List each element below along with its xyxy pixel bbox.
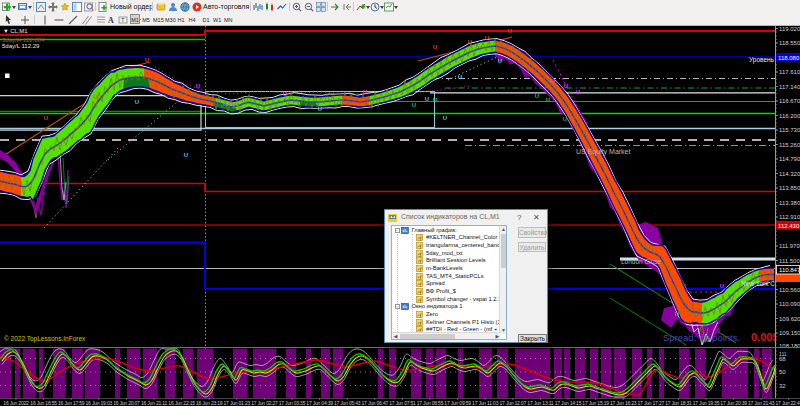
- svg-text:U: U: [563, 116, 567, 122]
- svg-text:17 Jun 11:03: 17 Jun 11:03: [472, 400, 499, 406]
- svg-text:▼ CL,M1: ▼ CL,M1: [3, 28, 27, 34]
- svg-text:115.730: 115.730: [779, 127, 800, 133]
- svg-text:U: U: [443, 115, 447, 121]
- svg-text:114.790: 114.790: [779, 156, 800, 162]
- svg-text:U: U: [485, 35, 489, 41]
- svg-text:U: U: [551, 78, 555, 84]
- svg-text:16 Jun 20:07: 16 Jun 20:07: [113, 400, 140, 406]
- svg-text:109.620: 109.620: [779, 316, 800, 322]
- svg-text:117.610: 117.610: [779, 69, 800, 75]
- svg-text:112.430: 112.430: [778, 223, 800, 229]
- svg-text:117.140: 117.140: [779, 84, 800, 90]
- svg-text:17 Jun 07:51: 17 Jun 07:51: [389, 400, 416, 406]
- svg-text:U: U: [468, 39, 472, 45]
- svg-text:U: U: [145, 57, 149, 63]
- svg-text:115.260: 115.260: [779, 142, 800, 148]
- svg-text:U: U: [283, 91, 287, 97]
- svg-text:U: U: [196, 83, 200, 89]
- svg-text:118.080: 118.080: [778, 55, 800, 61]
- svg-text:17 Jun 03:35: 17 Jun 03:35: [279, 400, 306, 406]
- svg-text:U: U: [458, 74, 462, 80]
- svg-text:Tokyo: Tokyo: [222, 100, 239, 108]
- svg-text:110.090: 110.090: [779, 301, 800, 307]
- svg-text:17 Jun 17:27: 17 Jun 17:27: [638, 400, 665, 406]
- svg-text:17 Jun 20:39: 17 Jun 20:39: [720, 400, 747, 406]
- svg-text:111.970: 111.970: [779, 243, 800, 249]
- svg-text:112.910: 112.910: [779, 214, 800, 220]
- svg-text:© 2022 TopLessons.InForex: © 2022 TopLessons.InForex: [4, 335, 86, 343]
- svg-text:17 Jun 04:39: 17 Jun 04:39: [306, 400, 333, 406]
- svg-text:17 Jun 02:27: 17 Jun 02:27: [251, 400, 278, 406]
- svg-text:16 Jun 16:55: 16 Jun 16:55: [30, 400, 57, 406]
- svg-text:17 Jun 13:11: 17 Jun 13:11: [527, 400, 554, 406]
- svg-text:U: U: [425, 96, 429, 102]
- svg-text:U: U: [94, 94, 98, 100]
- svg-text:U: U: [535, 93, 539, 99]
- svg-text:Spread: 40 points.: Spread: 40 points.: [663, 332, 740, 343]
- svg-text:17 Jun 22:47: 17 Jun 22:47: [776, 400, 800, 406]
- svg-text:17 Jun 16:23: 17 Jun 16:23: [610, 400, 637, 406]
- svg-text:U: U: [564, 83, 568, 89]
- svg-text:113.850: 113.850: [779, 185, 800, 191]
- svg-text:Уровень: Уровень: [749, 56, 775, 64]
- svg-text:16 Jun 17:59: 16 Jun 17:59: [58, 400, 85, 406]
- svg-text:U: U: [135, 99, 139, 105]
- svg-text:U: U: [363, 89, 367, 95]
- svg-text:17 Jun 14:15: 17 Jun 14:15: [555, 400, 582, 406]
- svg-text:17 Jun 06:47: 17 Jun 06:47: [362, 400, 389, 406]
- svg-text:16 Jun 19:03: 16 Jun 19:03: [86, 400, 113, 406]
- svg-text:17 Jun 18:31: 17 Jun 18:31: [665, 400, 692, 406]
- svg-text:17 Jun 09:59: 17 Jun 09:59: [444, 400, 471, 406]
- svg-text:110.560: 110.560: [779, 287, 800, 293]
- svg-text:U: U: [318, 106, 322, 112]
- svg-text:17 Jun 19:35: 17 Jun 19:35: [693, 400, 720, 406]
- svg-text:111.500: 111.500: [779, 258, 800, 264]
- svg-text:32: 32: [779, 383, 786, 389]
- svg-text:119.020: 119.020: [779, 26, 800, 32]
- svg-text:50: 50: [779, 369, 786, 375]
- svg-text:111: 111: [779, 351, 787, 357]
- svg-text:116.200: 116.200: [779, 113, 800, 119]
- svg-text:17 Jun 05:43: 17 Jun 05:43: [334, 400, 361, 406]
- svg-text:US Equity Market: US Equity Market: [576, 148, 631, 156]
- svg-text:5day/L 112.29: 5day/L 112.29: [2, 43, 40, 49]
- svg-text:U: U: [412, 102, 416, 108]
- svg-text:U: U: [546, 97, 550, 103]
- svg-text:17 Jun 01:23: 17 Jun 01:23: [224, 400, 251, 406]
- svg-text:118.550: 118.550: [779, 40, 800, 46]
- svg-text:U: U: [433, 44, 437, 50]
- svg-text:116.670: 116.670: [779, 98, 800, 104]
- svg-text:0.00$: 0.00$: [751, 331, 779, 343]
- svg-text:16 Jun 23:19: 16 Jun 23:19: [196, 400, 223, 406]
- svg-text:17 Jun 12:07: 17 Jun 12:07: [500, 400, 527, 406]
- svg-text:16 Jun 21:11: 16 Jun 21:11: [141, 400, 168, 406]
- svg-text:U: U: [498, 58, 502, 64]
- svg-text:17 Jun 15:19: 17 Jun 15:19: [582, 400, 609, 406]
- svg-text:109.150: 109.150: [779, 330, 800, 336]
- svg-text:U: U: [508, 28, 512, 34]
- svg-text:U: U: [720, 283, 724, 289]
- svg-text:London Close: London Close: [621, 258, 661, 265]
- svg-text:U: U: [44, 115, 48, 121]
- svg-text:17 Jun 08:55: 17 Jun 08:55: [417, 400, 444, 406]
- svg-text:17 Jun 21:43: 17 Jun 21:43: [748, 400, 775, 406]
- svg-text:U: U: [433, 97, 437, 103]
- svg-text:114.320: 114.320: [779, 171, 800, 177]
- svg-text:113.380: 113.380: [779, 200, 800, 206]
- svg-text:U: U: [576, 89, 580, 95]
- svg-text:16 Jun 2022: 16 Jun 2022: [3, 400, 29, 406]
- svg-text:U: U: [184, 152, 188, 158]
- svg-text:U: U: [675, 311, 679, 317]
- svg-text:T: T: [121, 17, 125, 23]
- svg-text:110.847: 110.847: [779, 267, 800, 273]
- svg-text:16 Jun 22:15: 16 Jun 22:15: [168, 400, 195, 406]
